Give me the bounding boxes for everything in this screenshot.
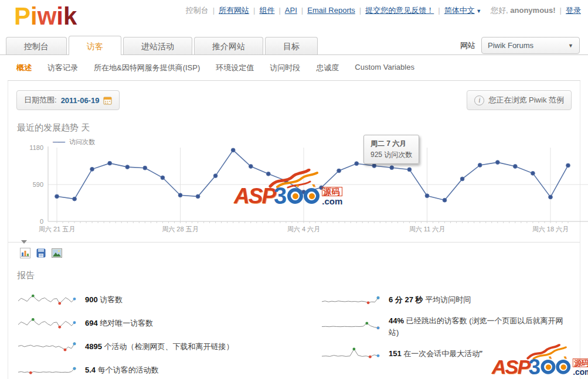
report-item-max-actions[interactable]: 151 在一次会话中最大活动‴ (320, 346, 572, 361)
sparkline (16, 362, 77, 378)
nav-item-feedback[interactable]: 提交您的意见反馈！ (365, 6, 434, 15)
nav-item-widgets[interactable]: 组件 (259, 6, 274, 15)
subnav-item-overview[interactable]: 概述 (16, 63, 32, 73)
report-item-text: 151 在一次会话中最大活动‴ (389, 348, 482, 360)
date-range-value: 2011-06-19 (61, 96, 100, 105)
report-item-bounce-rate[interactable]: 44% 已经跳出的访客数 (浏览一个页面以后就离开网站) (320, 315, 572, 338)
reports-column-right: 6 分 27 秒 平均访问时间44% 已经跳出的访客数 (浏览一个页面以后就离开… (320, 292, 572, 379)
logo-letter: w (38, 2, 57, 30)
chevron-down-icon: ▼ (568, 43, 573, 49)
nav-item-all-websites[interactable]: 所有网站 (219, 6, 249, 15)
nav-item-dashboard: 控制台 (186, 6, 209, 15)
x-axis-label: 周六 18 六月 (532, 225, 569, 234)
site-select-dropdown[interactable]: Piwik Forums ▼ (481, 37, 580, 54)
logo-letter: k (63, 2, 77, 30)
nav-separator: | (253, 6, 255, 15)
nav-item-api[interactable]: API (285, 6, 297, 15)
sparkline (320, 319, 381, 334)
image-icon[interactable] (52, 248, 62, 258)
report-item-visits[interactable]: 900 访客数 (16, 292, 320, 308)
login-link[interactable]: 登录 (566, 6, 581, 15)
subnav-wrap: 概述访客记录所在地&因特网服务提供商(ISP)环境设定值访问时段忠诚度Custo… (8, 55, 580, 81)
report-item-text: 694 绝对唯一访客数 (85, 317, 153, 329)
tooltip-date: 周二 7 六月 (371, 139, 412, 149)
y-axis-label: 590 (19, 181, 43, 188)
subnav-item-visitor-log[interactable]: 访客记录 (47, 63, 78, 73)
report-item-value: 4895 (85, 342, 102, 351)
y-axis-label: 0 (19, 218, 43, 225)
tab-visitors[interactable]: 访客 (69, 36, 121, 55)
report-item-value: 6 分 27 秒 (389, 295, 423, 304)
export-icon[interactable] (36, 248, 46, 258)
nav-separator: | (278, 6, 280, 15)
sparkline (16, 292, 77, 308)
piwik-logo[interactable]: Piwik (14, 2, 77, 30)
subnav-item-loyalty[interactable]: 忠诚度 (316, 63, 339, 73)
greeting-text: 您好, (491, 6, 508, 15)
date-range-label: 日期范围: (24, 95, 57, 105)
x-axis-label: 周六 21 五月 (39, 225, 75, 234)
report-item-value: 44% (389, 316, 404, 325)
chart-tooltip: 周二 7 六月 925 访问次数 (363, 135, 419, 164)
report-item-avg-time[interactable]: 6 分 27 秒 平均访问时间 (320, 292, 572, 308)
tab-dashboard[interactable]: 控制台 (6, 37, 67, 54)
tab-goals[interactable]: 目标 (265, 37, 318, 54)
sparkline (16, 315, 77, 331)
sparkline (16, 339, 77, 354)
tab-actions[interactable]: 进站活动 (123, 37, 192, 54)
tab-referrers[interactable]: 推介网站 (194, 37, 263, 54)
nav-separator: | (359, 6, 361, 15)
sub-nav: 概述访客记录所在地&因特网服务提供商(ISP)环境设定值访问时段忠诚度Custo… (8, 55, 580, 80)
reports-title: 报告 (17, 270, 572, 281)
report-item-text: 5.4 每个访客的活动数 (85, 364, 159, 376)
report-item-text: 4895 个活动（检测网页、下载和离开链接） (85, 341, 234, 353)
content: 日期范围: 2011-06-19 i 您正在浏览 Piwik 范例 最近的发展趋… (8, 81, 580, 379)
demo-notice-text: 您正在浏览 Piwik 范例 (488, 95, 564, 105)
logo-letter: i (30, 2, 38, 30)
report-item-value: 151 (389, 349, 402, 358)
header: Piwik 控制台|所有网站|组件|API|Email Reports|提交您的… (0, 0, 588, 35)
piwik-page: Piwik 控制台|所有网站|组件|API|Email Reports|提交您的… (0, 0, 588, 379)
x-axis-label: 周六 11 六月 (409, 225, 446, 234)
site-label: 网站 (460, 40, 475, 51)
y-axis-label: 1180 (19, 144, 43, 151)
subnav-item-settings[interactable]: 环境设定值 (216, 63, 254, 73)
report-item-text: 900 访客数 (85, 294, 123, 306)
date-range-selector[interactable]: 日期范围: 2011-06-19 (16, 90, 120, 110)
main-tabs: 控制台访客进站活动推介网站目标 网站 Piwik Forums ▼ (0, 35, 588, 55)
nav-separator: | (438, 6, 440, 15)
report-item-actions-per-visit[interactable]: 5.4 每个访客的活动数 (16, 362, 320, 378)
calendar-icon (103, 96, 112, 105)
reports-column-left: 900 访客数694 绝对唯一访客数4895 个活动（检测网页、下载和离开链接）… (16, 292, 320, 379)
visits-trend-chart: —— 访问次数 周二 7 六月 925 访问次数 05901180周六 21 五… (16, 138, 572, 238)
x-axis-label: 周六 4 六月 (287, 225, 320, 234)
nav-separator: | (560, 6, 562, 15)
site-selector-box: 网站 Piwik Forums ▼ (460, 37, 580, 54)
subnav-item-locations-provider[interactable]: 所在地&因特网服务提供商(ISP) (94, 63, 200, 73)
nav-item-language[interactable]: 简体中文 (444, 6, 475, 15)
subnav-item-custom-variables[interactable]: Custom Variables (355, 63, 414, 73)
subnav-item-times[interactable]: 访问时段 (270, 63, 300, 73)
report-item-actions[interactable]: 4895 个活动（检测网页、下载和离开链接） (16, 339, 320, 354)
chart-footer-divider (8, 242, 580, 243)
chart-section-title: 最近的发展趋势 天 (17, 122, 580, 134)
report-item-value: 694 (85, 319, 98, 327)
report-item-value: 5.4 (85, 366, 96, 374)
chevron-down-icon: ▼ (475, 8, 481, 14)
export-caret-icon (21, 240, 27, 244)
sparkline (320, 292, 381, 308)
nav-separator: | (301, 6, 303, 15)
demo-notice[interactable]: i 您正在浏览 Piwik 范例 (467, 90, 572, 110)
info-icon: i (474, 95, 484, 105)
bar-chart-icon[interactable] (20, 248, 30, 258)
report-item-unique-visitors[interactable]: 694 绝对唯一访客数 (16, 315, 320, 331)
logo-letter: i (56, 2, 63, 30)
username: anonymous! (510, 6, 555, 15)
nav-item-email-reports[interactable]: Email Reports (307, 6, 355, 15)
reports-section: 报告 900 访客数694 绝对唯一访客数4895 个活动（检测网页、下载和离开… (16, 270, 572, 379)
report-item-text: 44% 已经跳出的访客数 (浏览一个页面以后就离开网站) (389, 315, 572, 338)
x-axis-label: 周六 28 五月 (162, 225, 198, 234)
sparkline (320, 346, 381, 361)
nav-separator: | (213, 6, 215, 15)
trend-line-chart[interactable] (46, 145, 588, 234)
